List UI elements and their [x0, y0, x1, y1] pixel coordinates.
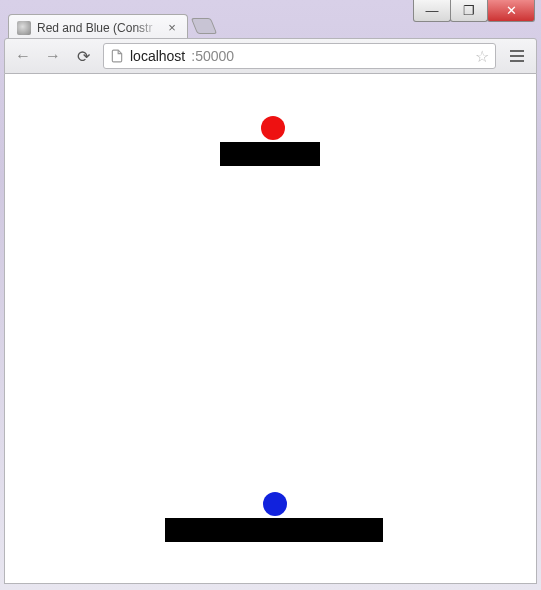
tab-strip: Red and Blue (Constr ×: [8, 12, 214, 40]
back-button[interactable]: ←: [13, 46, 33, 66]
bookmark-star-icon[interactable]: ☆: [475, 47, 489, 66]
arrow-right-icon: →: [45, 47, 61, 65]
arrow-left-icon: ←: [15, 47, 31, 65]
reload-button[interactable]: ⟳: [73, 46, 93, 66]
tab-title: Red and Blue (Constr: [37, 21, 159, 35]
minimize-button[interactable]: —: [413, 0, 451, 22]
page-icon: [110, 49, 124, 63]
forward-button[interactable]: →: [43, 46, 63, 66]
top-platform: [220, 142, 320, 166]
close-window-button[interactable]: ✕: [487, 0, 535, 22]
tab-favicon-icon: [17, 21, 31, 35]
address-bar[interactable]: localhost:50000 ☆: [103, 43, 496, 69]
reload-icon: ⟳: [77, 47, 90, 66]
bottom-platform: [165, 518, 383, 542]
browser-tab[interactable]: Red and Blue (Constr ×: [8, 14, 188, 40]
blue-ball: [263, 492, 287, 516]
page-viewport: [4, 74, 537, 584]
url-port: :50000: [191, 48, 234, 64]
game-canvas[interactable]: [5, 74, 536, 583]
browser-toolbar: ← → ⟳ localhost:50000 ☆: [4, 38, 537, 74]
maximize-button[interactable]: ❐: [450, 0, 488, 22]
window-controls: — ❐ ✕: [414, 0, 535, 22]
hamburger-icon: [510, 50, 524, 52]
tab-close-icon[interactable]: ×: [165, 20, 179, 35]
url-host: localhost: [130, 48, 185, 64]
new-tab-button[interactable]: [191, 18, 217, 34]
red-ball: [261, 116, 285, 140]
hamburger-menu-button[interactable]: [506, 45, 528, 67]
